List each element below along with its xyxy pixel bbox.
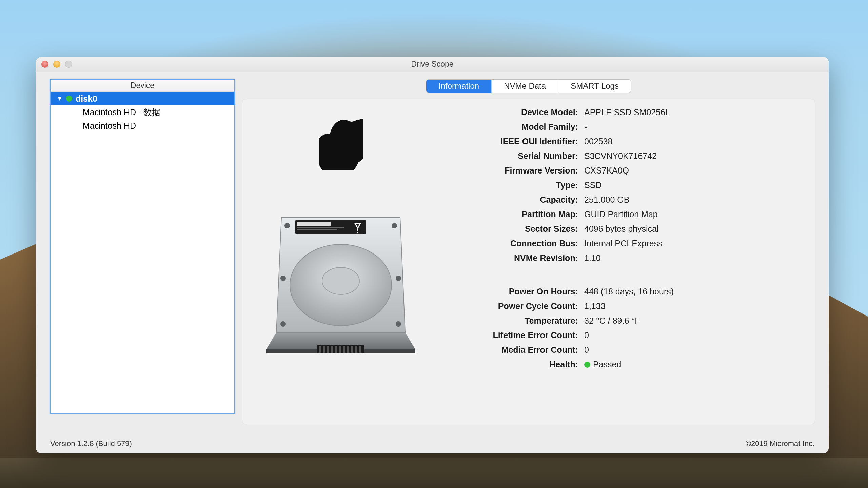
- segmented-control: Information NVMe Data SMART Logs: [426, 79, 631, 93]
- titlebar[interactable]: Drive Scope: [36, 57, 829, 72]
- copyright-label: ©2019 Micromat Inc.: [746, 439, 814, 448]
- svg-rect-10: [347, 346, 349, 353]
- volume-name: Macintosh HD: [83, 121, 136, 131]
- svg-rect-4: [323, 346, 325, 353]
- disk-name: disk0: [76, 94, 97, 104]
- label-ieee-oui: IEEE OUI Identifier:: [446, 137, 578, 146]
- svg-point-23: [322, 267, 359, 294]
- footer: Version 1.2.8 (Build 579) ©2019 Micromat…: [36, 434, 829, 453]
- traffic-lights: [41, 61, 72, 68]
- value-sector: 4096 bytes physical: [584, 224, 801, 234]
- svg-point-26: [280, 276, 286, 281]
- svg-point-25: [392, 223, 397, 228]
- value-media-err: 0: [584, 345, 801, 355]
- desktop-foreground: [0, 458, 868, 488]
- volume-name: Macintosh HD - 数据: [83, 107, 160, 118]
- svg-rect-16: [297, 222, 331, 226]
- label-firmware: Firmware Version:: [446, 166, 578, 176]
- close-button[interactable]: [41, 61, 48, 68]
- device-column-header: Device: [51, 80, 234, 92]
- tree-volume-row[interactable]: Macintosh HD: [51, 119, 234, 133]
- svg-rect-9: [343, 346, 345, 353]
- label-power-hours: Power On Hours:: [446, 287, 578, 297]
- label-bus: Connection Bus:: [446, 239, 578, 248]
- information-panel: Device Model: APPLE SSD SM0256L Model Fa…: [242, 99, 815, 424]
- status-indicator-icon: [66, 96, 72, 102]
- info-grid: Device Model: APPLE SSD SM0256L Model Fa…: [446, 107, 801, 369]
- apple-logo-icon: [319, 119, 363, 170]
- svg-point-24: [284, 223, 290, 228]
- info-spacer: [446, 268, 801, 282]
- value-bus: Internal PCI-Express: [584, 239, 801, 248]
- value-device-model: APPLE SSD SM0256L: [584, 107, 801, 117]
- hard-drive-icon: [266, 210, 415, 356]
- value-nvme-rev: 1.10: [584, 253, 801, 263]
- value-partition: GUID Partition Map: [584, 209, 801, 219]
- label-capacity: Capacity:: [446, 195, 578, 205]
- label-lifetime-err: Lifetime Error Count:: [446, 330, 578, 340]
- window-title: Drive Scope: [36, 60, 829, 69]
- health-status-text: Passed: [593, 360, 621, 369]
- sidebar: Device ▼ disk0 Macintosh HD - 数据 Macinto…: [50, 79, 235, 434]
- device-tree: ▼ disk0 Macintosh HD - 数据 Macintosh HD: [51, 92, 234, 133]
- zoom-button[interactable]: [65, 61, 72, 68]
- label-health: Health:: [446, 360, 578, 369]
- tab-bar: Information NVMe Data SMART Logs: [242, 79, 815, 93]
- label-serial: Serial Number:: [446, 151, 578, 161]
- svg-point-21: [357, 232, 358, 233]
- svg-rect-18: [297, 229, 337, 230]
- label-partition: Partition Map:: [446, 209, 578, 219]
- value-serial: S3CVNY0K716742: [584, 151, 801, 161]
- svg-rect-12: [355, 346, 357, 353]
- value-type: SSD: [584, 180, 801, 190]
- minimize-button[interactable]: [53, 61, 60, 68]
- value-health: Passed: [584, 360, 801, 369]
- label-temperature: Temperature:: [446, 316, 578, 326]
- health-status-icon: [584, 362, 590, 368]
- value-model-family: -: [584, 122, 801, 132]
- tab-nvme-data[interactable]: NVMe Data: [492, 80, 558, 93]
- svg-rect-7: [335, 346, 337, 353]
- app-window: Drive Scope Device ▼ disk0 Macintosh HD …: [36, 57, 829, 453]
- label-sector: Sector Sizes:: [446, 224, 578, 234]
- label-media-err: Media Error Count:: [446, 345, 578, 355]
- content-area: Device ▼ disk0 Macintosh HD - 数据 Macinto…: [36, 72, 829, 434]
- label-model-family: Model Family:: [446, 122, 578, 132]
- value-power-hours: 448 (18 days, 16 hours): [584, 287, 801, 297]
- main-panel: Information NVMe Data SMART Logs: [242, 79, 815, 434]
- svg-point-27: [396, 276, 401, 281]
- disclosure-triangle-icon[interactable]: ▼: [57, 95, 63, 102]
- version-label: Version 1.2.8 (Build 579): [50, 439, 132, 448]
- svg-rect-3: [319, 346, 321, 353]
- device-panel: Device ▼ disk0 Macintosh HD - 数据 Macinto…: [50, 79, 235, 414]
- svg-rect-8: [339, 346, 341, 353]
- tree-disk-row[interactable]: ▼ disk0: [51, 92, 234, 105]
- tree-volume-row[interactable]: Macintosh HD - 数据: [51, 105, 234, 119]
- value-lifetime-err: 0: [584, 330, 801, 340]
- value-firmware: CXS7KA0Q: [584, 166, 801, 176]
- label-nvme-rev: NVMe Revision:: [446, 253, 578, 263]
- value-temperature: 32 °C / 89.6 °F: [584, 316, 801, 326]
- svg-point-28: [280, 321, 286, 327]
- svg-rect-17: [297, 227, 344, 228]
- value-ieee-oui: 002538: [584, 137, 801, 146]
- label-power-cycle: Power Cycle Count:: [446, 301, 578, 311]
- svg-rect-13: [359, 346, 361, 353]
- icon-column: [253, 105, 429, 418]
- label-device-model: Device Model:: [446, 107, 578, 117]
- tab-information[interactable]: Information: [426, 80, 492, 93]
- svg-point-29: [396, 321, 401, 327]
- svg-rect-6: [331, 346, 333, 353]
- svg-rect-11: [351, 346, 353, 353]
- value-capacity: 251.000 GB: [584, 195, 801, 205]
- info-column: Device Model: APPLE SSD SM0256L Model Fa…: [446, 105, 801, 418]
- label-type: Type:: [446, 180, 578, 190]
- value-power-cycle: 1,133: [584, 301, 801, 311]
- tree-children: Macintosh HD - 数据 Macintosh HD: [51, 105, 234, 133]
- tab-smart-logs[interactable]: SMART Logs: [558, 80, 631, 93]
- svg-rect-5: [327, 346, 329, 353]
